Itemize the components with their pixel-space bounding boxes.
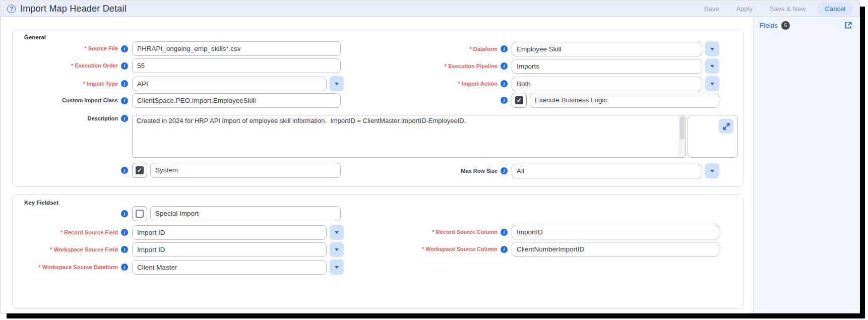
max-row-size-label: Max Row Size	[377, 168, 498, 174]
dataform-field: * Dataform Employee Skill	[377, 41, 719, 56]
record-source-field-field: * Record Source Field Import ID	[19, 225, 344, 240]
chevron-down-icon	[335, 248, 339, 251]
special-import-field: Special Import	[121, 206, 341, 221]
fields-count-badge: 6	[781, 21, 790, 30]
dataform-input[interactable]: Employee Skill	[512, 42, 702, 56]
system-checkbox[interactable]	[132, 163, 147, 178]
import-type-field: * Import Type API	[19, 76, 344, 91]
info-icon[interactable]	[501, 62, 508, 70]
custom-import-class-label: Custom Import Class	[19, 97, 118, 104]
chevron-down-icon	[710, 65, 714, 68]
source-file-field: * Source File PHRAPI_ongoing_emp_skills*…	[19, 41, 341, 56]
import-type-dropdown-button[interactable]	[330, 76, 344, 91]
special-import-checkbox[interactable]	[132, 206, 147, 221]
sidebar-fields-label: Fields	[760, 22, 778, 29]
page-title: Import Map Header Detail	[20, 4, 127, 14]
execution-order-label: * Execution Order	[19, 62, 118, 69]
source-file-input[interactable]: PHRAPI_ongoing_emp_skills*.csv	[132, 41, 341, 56]
scrollbar-thumb[interactable]	[680, 116, 685, 140]
info-icon[interactable]	[121, 210, 128, 217]
workspace-source-dataform-input[interactable]: Client Master	[132, 260, 327, 275]
key-fieldset-section-label: Key Fieldset	[24, 200, 58, 206]
import-action-input[interactable]: Both	[512, 77, 702, 91]
apply-button[interactable]: Apply	[730, 3, 759, 15]
description-label: Description	[19, 115, 118, 122]
execution-pipeline-input[interactable]: Imports	[512, 59, 702, 74]
system-field: System	[121, 163, 341, 178]
page-header: Import Map Header Detail Save Apply Save…	[1, 1, 859, 17]
dataform-dropdown-button[interactable]	[705, 41, 719, 56]
import-type-input[interactable]: API	[132, 77, 327, 91]
record-source-field-input[interactable]: Import ID	[132, 225, 327, 240]
save-button[interactable]: Save	[698, 3, 725, 15]
save-and-new-button[interactable]: Save & New	[764, 3, 812, 15]
info-icon[interactable]	[121, 80, 128, 87]
info-icon[interactable]	[501, 246, 508, 253]
header-actions: Save Apply Save & New Cancel	[698, 1, 853, 17]
execution-pipeline-field: * Execution Pipeline Imports	[377, 58, 719, 74]
import-action-dropdown-button[interactable]	[705, 76, 719, 91]
dataform-label: * Dataform	[377, 46, 498, 52]
sidebar-fields-link[interactable]: Fields 6	[760, 21, 790, 30]
workspace-source-field-field: * Workspace Source Field Import ID	[19, 242, 344, 257]
max-row-size-input[interactable]: All	[512, 164, 702, 178]
info-icon[interactable]	[121, 62, 128, 70]
import-map-header-detail-window: Import Map Header Detail Save Apply Save…	[1, 1, 860, 313]
info-icon[interactable]	[121, 115, 128, 122]
execution-order-input[interactable]: 55	[132, 58, 341, 73]
chevron-down-icon	[335, 83, 339, 85]
chevron-down-icon	[710, 48, 714, 50]
execution-pipeline-dropdown-button[interactable]	[705, 58, 719, 74]
custom-import-class-input[interactable]: ClientSpace.PEO.Import.EmployeeSkill	[132, 93, 341, 108]
description-field: Description	[19, 115, 132, 122]
info-icon[interactable]	[121, 167, 128, 174]
workspace-source-dataform-dropdown-button[interactable]	[330, 260, 344, 275]
description-expand-panel	[688, 115, 738, 158]
workspace-source-column-input[interactable]: ClientNumberImportID	[512, 242, 719, 257]
info-icon[interactable]	[121, 97, 128, 104]
open-in-new-window-icon[interactable]	[844, 21, 853, 30]
info-icon[interactable]	[501, 97, 508, 104]
info-icon[interactable]	[501, 229, 508, 236]
execution-order-field: * Execution Order 55	[19, 58, 341, 73]
workspace-source-field-dropdown-button[interactable]	[330, 242, 344, 257]
chevron-down-icon	[710, 170, 714, 172]
record-source-column-field: * Record Source Column ImportID	[377, 225, 719, 239]
execute-business-logic-checkbox[interactable]	[512, 93, 527, 108]
chevron-down-icon	[335, 231, 339, 234]
help-icon[interactable]	[7, 5, 16, 13]
workspace-source-column-field: * Workspace Source Column ClientNumberIm…	[377, 242, 719, 257]
info-icon[interactable]	[121, 246, 128, 253]
record-source-column-label: * Record Source Column	[377, 229, 498, 235]
info-icon[interactable]	[121, 264, 128, 271]
source-file-label: * Source File	[19, 45, 118, 52]
workspace-source-column-label: * Workspace Source Column	[377, 246, 498, 252]
import-action-field: * Import Action Both	[377, 76, 719, 91]
record-source-field-label: * Record Source Field	[19, 229, 118, 236]
info-icon[interactable]	[121, 229, 128, 236]
description-textarea[interactable]: Created in 2024 for HRP API import of em…	[132, 115, 686, 158]
record-source-column-input[interactable]: ImportID	[512, 225, 719, 239]
info-icon[interactable]	[501, 45, 508, 52]
info-icon[interactable]	[501, 167, 508, 174]
record-source-field-dropdown-button[interactable]	[330, 225, 344, 240]
max-row-size-field: Max Row Size All	[377, 163, 719, 178]
cancel-button[interactable]: Cancel	[817, 2, 853, 16]
system-box-label: System	[150, 163, 341, 178]
import-type-label: * Import Type	[19, 81, 118, 87]
info-icon[interactable]	[121, 45, 128, 52]
description-scrollbar[interactable]	[679, 115, 685, 157]
workspace-source-dataform-field: * Workspace Source Dataform Client Maste…	[19, 260, 344, 275]
custom-import-class-field: Custom Import Class ClientSpace.PEO.Impo…	[19, 93, 341, 108]
execute-business-logic-box-label: Execute Business Logic	[530, 93, 719, 108]
chevron-down-icon	[710, 83, 714, 85]
workspace-source-field-input[interactable]: Import ID	[132, 242, 327, 257]
execute-business-logic-field: Execute Business Logic	[501, 93, 719, 108]
workspace-source-dataform-label: * Workspace Source Dataform	[19, 264, 118, 271]
expand-description-button[interactable]	[719, 119, 733, 134]
general-section-label: General	[24, 34, 46, 40]
execution-pipeline-label: * Execution Pipeline	[377, 63, 498, 70]
checkmark-icon	[136, 166, 144, 174]
max-row-size-dropdown-button[interactable]	[705, 163, 719, 178]
info-icon[interactable]	[501, 80, 508, 87]
